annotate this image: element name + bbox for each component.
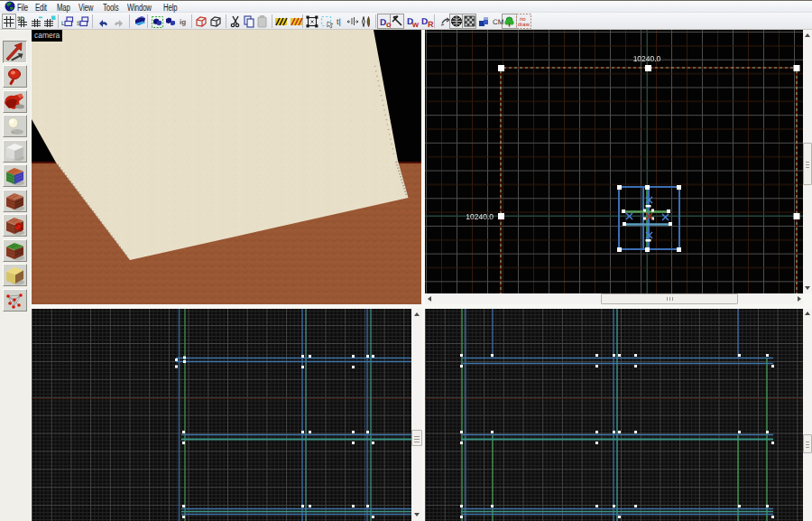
svg-text:o: o — [386, 20, 392, 29]
svg-text:w: w — [411, 20, 420, 29]
svg-text:10240.0: 10240.0 — [466, 212, 494, 221]
svg-text:draw: draw — [518, 22, 531, 28]
svg-text:R: R — [428, 20, 434, 29]
svg-text:t|: t| — [337, 17, 341, 26]
svg-text:ig: ig — [180, 18, 186, 26]
svg-text:10240.0: 10240.0 — [633, 54, 661, 63]
svg-text:CM: CM — [493, 18, 504, 26]
